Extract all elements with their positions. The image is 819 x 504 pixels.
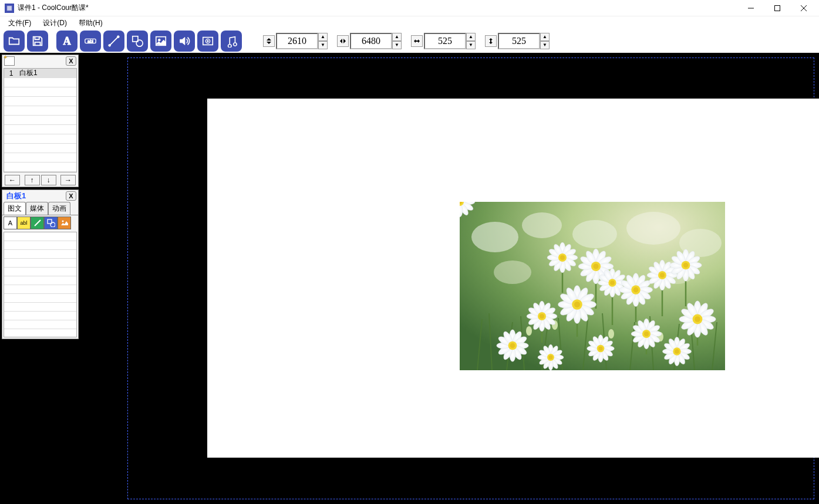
- spin-h-down[interactable]: ▼: [540, 41, 550, 49]
- menu-file[interactable]: 文件(F): [4, 17, 36, 29]
- svg-rect-3: [774, 5, 780, 11]
- menu-design[interactable]: 设计(D): [38, 17, 72, 29]
- nav-first[interactable]: ←: [5, 175, 20, 185]
- spin-x-up[interactable]: ▲: [318, 33, 328, 41]
- text-button[interactable]: A: [56, 31, 77, 52]
- tool-shape[interactable]: [44, 217, 58, 229]
- slide-row[interactable]: 1 白板1: [4, 69, 76, 78]
- svg-point-25: [572, 220, 617, 248]
- input-button[interactable]: abl: [80, 31, 101, 52]
- slide-row-name: 白板1: [18, 68, 38, 78]
- spin-y-up[interactable]: ▲: [392, 33, 402, 41]
- svg-point-13: [136, 40, 143, 46]
- side-panels: X 1 白板1 ← ↑ ↓ →: [0, 53, 80, 504]
- canvas-area[interactable]: [80, 53, 819, 504]
- spin-h-up[interactable]: ▲: [540, 33, 550, 41]
- spin-w-up[interactable]: ▲: [466, 33, 476, 41]
- tool-input[interactable]: abl: [17, 217, 31, 229]
- spin-y: ▲ ▼: [337, 32, 402, 50]
- window-title: 课件1 - CoolCour酷课*: [18, 3, 89, 13]
- object-list[interactable]: [4, 232, 77, 337]
- properties-title: 白板1: [4, 190, 28, 202]
- music-button[interactable]: [221, 31, 242, 52]
- whiteboard-page[interactable]: [207, 99, 819, 458]
- image-button[interactable]: [150, 31, 171, 52]
- tool-line[interactable]: [31, 217, 44, 229]
- slides-panel: X 1 白板1 ← ↑ ↓ →: [2, 55, 79, 187]
- open-button[interactable]: [4, 31, 25, 52]
- properties-tools: A abl: [2, 215, 78, 231]
- slide-list[interactable]: 1 白板1: [4, 68, 77, 172]
- svg-point-23: [471, 222, 518, 252]
- svg-point-20: [50, 222, 55, 227]
- menu-bar: 文件(F) 设计(D) 帮助(H): [0, 16, 819, 29]
- app-icon: [5, 4, 14, 13]
- tab-tuwen[interactable]: 图文: [4, 202, 26, 215]
- spin-w-down[interactable]: ▼: [466, 41, 476, 49]
- leftright-icon: [337, 35, 349, 47]
- audio-button[interactable]: [174, 31, 195, 52]
- workspace: X 1 白板1 ← ↑ ↓ →: [0, 53, 819, 504]
- slide-row-num: 1: [4, 69, 18, 77]
- svg-point-11: [117, 36, 120, 38]
- tab-anim[interactable]: 动画: [48, 202, 70, 215]
- svg-text:A: A: [63, 35, 71, 47]
- svg-point-43: [526, 326, 532, 336]
- svg-point-15: [158, 39, 160, 41]
- save-button[interactable]: [27, 31, 48, 52]
- toolbar: A abl ▲ ▼ ▲ ▼ ▲ ▼: [0, 29, 819, 53]
- svg-point-10: [109, 45, 111, 47]
- spin-x: ▲ ▼: [263, 32, 328, 50]
- spin-x-input[interactable]: [276, 33, 318, 49]
- slides-panel-close[interactable]: X: [66, 56, 76, 66]
- minimize-button[interactable]: [737, 0, 764, 16]
- tool-image[interactable]: [58, 217, 71, 229]
- tool-text[interactable]: A: [4, 217, 17, 229]
- spin-w-input[interactable]: [424, 33, 466, 49]
- tab-media[interactable]: 媒体: [26, 202, 48, 215]
- svg-line-18: [35, 220, 41, 226]
- properties-panel: 白板1 X 图文 媒体 动画 A abl: [2, 190, 79, 339]
- title-bar: 课件1 - CoolCour酷课*: [0, 0, 819, 16]
- svg-point-26: [626, 212, 680, 245]
- nav-down[interactable]: ↓: [41, 175, 56, 185]
- spin-y-input[interactable]: [350, 33, 392, 49]
- maximize-button[interactable]: [764, 0, 790, 16]
- properties-close[interactable]: X: [66, 191, 76, 201]
- svg-line-9: [110, 37, 119, 46]
- spin-x-down[interactable]: ▼: [318, 41, 328, 49]
- new-page-icon[interactable]: [4, 56, 15, 66]
- width-icon: [411, 35, 423, 47]
- slide-nav: ← ↑ ↓ →: [2, 174, 78, 187]
- inserted-image[interactable]: [460, 202, 725, 370]
- height-icon: [485, 35, 497, 47]
- nav-up[interactable]: ↑: [25, 175, 40, 185]
- svg-text:abl: abl: [87, 39, 93, 44]
- menu-help[interactable]: 帮助(H): [74, 17, 107, 29]
- shape-button[interactable]: [127, 31, 148, 52]
- svg-point-24: [522, 212, 562, 238]
- spin-w: ▲ ▼: [411, 32, 476, 50]
- spin-h: ▲ ▼: [485, 32, 550, 50]
- close-button[interactable]: [790, 0, 817, 16]
- properties-tabs: 图文 媒体 动画: [2, 202, 78, 215]
- svg-point-45: [608, 329, 614, 339]
- svg-rect-1: [7, 6, 12, 11]
- svg-point-28: [494, 261, 531, 284]
- svg-point-21: [62, 221, 63, 222]
- spin-y-down[interactable]: ▼: [392, 41, 402, 49]
- video-button[interactable]: [197, 31, 218, 52]
- spin-h-input[interactable]: [498, 33, 540, 49]
- nav-last[interactable]: →: [60, 175, 76, 185]
- updown-icon: [263, 35, 275, 47]
- line-button[interactable]: [103, 31, 124, 52]
